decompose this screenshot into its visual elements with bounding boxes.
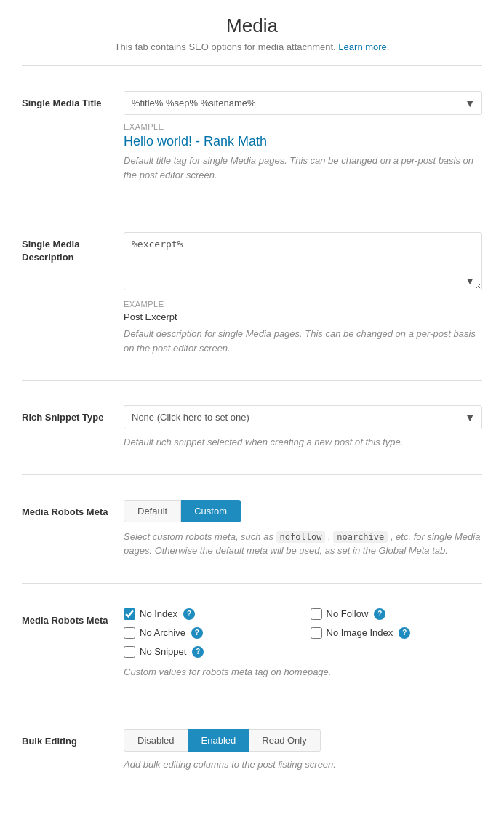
no-snippet-help-icon[interactable]: ? (192, 646, 204, 658)
title-divider (22, 207, 482, 207)
single-media-description-input[interactable]: %excerpt% (124, 232, 482, 290)
bulk-editing-content: Disabled Enabled Read Only Add bulk edit… (124, 729, 482, 772)
header-divider (22, 65, 482, 66)
title-input-wrap: ▼ (124, 91, 482, 115)
robots-meta-checkboxes-row: Media Robots Meta No Index ? No Follow ?… (22, 597, 482, 691)
robots-meta-checkboxes-content: No Index ? No Follow ? No Archive ? No I… (124, 608, 482, 680)
no-image-index-help-icon[interactable]: ? (399, 627, 410, 639)
robots-custom-button[interactable]: Custom (181, 500, 241, 522)
robots-meta-checkboxes-label: Media Robots Meta (22, 608, 124, 627)
rich-snippet-row: Rich Snippet Type None (Click here to se… (22, 394, 482, 461)
robots-meta-toggle-label: Media Robots Meta (22, 500, 124, 519)
no-follow-item: No Follow ? (311, 608, 483, 620)
no-archive-checkbox[interactable] (124, 627, 135, 639)
no-index-help-icon[interactable]: ? (183, 608, 195, 620)
single-media-title-input[interactable] (124, 91, 482, 115)
robots-toggle-divider (22, 583, 482, 584)
rich-snippet-content: None (Click here to set one) ▼ Default r… (124, 405, 482, 450)
no-follow-label: No Follow (327, 608, 369, 619)
robots-meta-toggle-row: Media Robots Meta Default Custom Select … (22, 488, 482, 570)
robots-default-button[interactable]: Default (124, 500, 181, 522)
rich-snippet-select[interactable]: None (Click here to set one) (124, 405, 482, 429)
title-helper-text: Default title tag for single Media pages… (124, 154, 482, 182)
no-archive-help-icon[interactable]: ? (191, 627, 203, 639)
no-image-index-item: No Image Index ? (311, 627, 483, 639)
no-follow-help-icon[interactable]: ? (374, 608, 385, 620)
no-snippet-label: No Snippet (140, 646, 186, 657)
page-header: Media This tab contains SEO options for … (22, 15, 482, 52)
learn-more-link[interactable]: Learn more (338, 41, 386, 52)
single-media-title-content: ▼ EXAMPLE Hello world! - Rank Math Defau… (124, 91, 482, 182)
page-subtitle: This tab contains SEO options for media … (22, 41, 482, 52)
rich-snippet-helper: Default rich snippet selected when creat… (124, 435, 482, 450)
no-snippet-item: No Snippet ? (124, 646, 296, 658)
single-media-title-row: Single Media Title ▼ EXAMPLE Hello world… (22, 79, 482, 194)
no-image-index-checkbox[interactable] (311, 627, 322, 639)
noarchive-code: noarchive (333, 531, 388, 543)
robots-toggle-group: Default Custom (124, 500, 482, 522)
single-media-description-label: Single Media Description (22, 232, 124, 264)
desc-helper-text: Default description for single Media pag… (124, 327, 482, 355)
nofollow-code: nofollow (276, 531, 326, 543)
rich-snippet-label: Rich Snippet Type (22, 405, 124, 424)
robots-meta-toggle-content: Default Custom Select custom robots meta… (124, 500, 482, 558)
desc-example-label: EXAMPLE (124, 300, 482, 309)
no-archive-label: No Archive (140, 627, 185, 638)
bulk-editing-helper: Add bulk editing columns to the post lis… (124, 757, 482, 772)
no-index-item: No Index ? (124, 608, 296, 620)
page-title: Media (22, 15, 482, 37)
checkboxes-grid: No Index ? No Follow ? No Archive ? No I… (124, 608, 482, 658)
robots-meta-toggle-helper: Select custom robots meta, such as nofol… (124, 530, 482, 558)
description-textarea-wrap: %excerpt% ▼ (124, 232, 482, 292)
bulk-editing-label: Bulk Editing (22, 729, 124, 748)
checkboxes-divider (22, 704, 482, 704)
subtitle-text: This tab contains SEO options for media … (115, 41, 336, 52)
checkboxes-helper: Custom values for robots meta tag on hom… (124, 665, 482, 680)
bulk-editing-row: Bulk Editing Disabled Enabled Read Only … (22, 717, 482, 784)
no-image-index-label: No Image Index (327, 627, 393, 638)
single-media-title-label: Single Media Title (22, 91, 124, 110)
no-archive-item: No Archive ? (124, 627, 296, 639)
no-follow-checkbox[interactable] (311, 608, 322, 620)
bulk-disabled-button[interactable]: Disabled (124, 729, 188, 752)
no-snippet-checkbox[interactable] (124, 646, 135, 658)
bulk-enabled-button[interactable]: Enabled (188, 729, 249, 752)
snippet-divider (22, 474, 482, 475)
desc-divider (22, 380, 482, 381)
single-media-description-row: Single Media Description %excerpt% ▼ EXA… (22, 220, 482, 367)
desc-example-value: Post Excerpt (124, 311, 482, 322)
no-index-label: No Index (140, 608, 177, 619)
no-index-checkbox[interactable] (124, 608, 135, 620)
page-container: Media This tab contains SEO options for … (0, 0, 504, 798)
title-example-label: EXAMPLE (124, 122, 482, 131)
single-media-description-content: %excerpt% ▼ EXAMPLE Post Excerpt Default… (124, 232, 482, 355)
bulk-editing-group: Disabled Enabled Read Only (124, 729, 482, 752)
bulk-readonly-button[interactable]: Read Only (249, 729, 320, 752)
title-example-title: Hello world! - Rank Math (124, 134, 482, 149)
rich-snippet-select-wrap: None (Click here to set one) ▼ (124, 405, 482, 429)
